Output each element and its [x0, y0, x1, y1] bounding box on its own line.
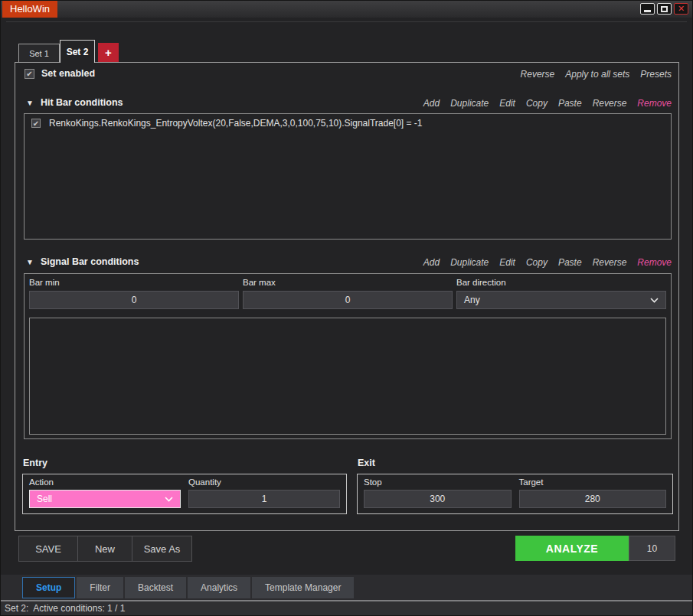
- tab-backtest[interactable]: Backtest: [125, 577, 186, 598]
- signal-copy-link[interactable]: Copy: [526, 257, 548, 268]
- signal-bar-title: Signal Bar conditions: [41, 256, 139, 267]
- set-panel: ✔ Set enabled Reverse Apply to all sets …: [15, 62, 679, 531]
- close-button[interactable]: ✕: [674, 3, 688, 15]
- bar-max-label: Bar max: [243, 278, 453, 287]
- hit-duplicate-link[interactable]: Duplicate: [450, 98, 489, 109]
- maximize-icon: [661, 6, 668, 12]
- app-title: HelloWin: [2, 1, 57, 18]
- signal-bar-condition-list[interactable]: [29, 318, 666, 435]
- save-as-button[interactable]: Save As: [132, 536, 192, 562]
- bar-direction-label: Bar direction: [456, 278, 666, 287]
- signal-edit-link[interactable]: Edit: [499, 257, 515, 268]
- signal-reverse-link[interactable]: Reverse: [593, 257, 627, 268]
- bar-min-input[interactable]: 0: [29, 291, 239, 309]
- analyze-count-input[interactable]: 10: [629, 536, 675, 561]
- hit-copy-link[interactable]: Copy: [526, 98, 548, 109]
- hit-add-link[interactable]: Add: [423, 98, 440, 109]
- analyze-button[interactable]: ANALYZE: [515, 536, 629, 561]
- bar-min-field: Bar min 0: [29, 278, 239, 309]
- bar-max-field: Bar max 0: [243, 278, 453, 309]
- hit-bar-actions: Add Duplicate Edit Copy Paste Reverse Re…: [423, 98, 672, 109]
- target-field: Target 280: [519, 477, 667, 508]
- reverse-set-link[interactable]: Reverse: [521, 69, 555, 80]
- client-divider: [6, 21, 687, 22]
- tab-set-2-label: Set 2: [67, 47, 89, 57]
- minimize-button[interactable]: [640, 3, 655, 15]
- bottom-tab-strip: Setup Filter Backtest Analytics Template…: [1, 575, 692, 600]
- hit-bar-condition-list[interactable]: ✔ RenkoKings.RenkoKings_EntropyVoltex(20…: [24, 113, 672, 240]
- entry-box: Action Sell Quantity 1: [22, 474, 347, 514]
- bottom-tabs: Setup Filter Backtest Analytics Template…: [22, 577, 354, 598]
- presets-link[interactable]: Presets: [640, 69, 672, 80]
- stop-field: Stop 300: [364, 477, 512, 508]
- tab-template-manager[interactable]: Template Manager: [252, 577, 354, 598]
- action-label: Action: [29, 477, 181, 487]
- chevron-down-icon: [165, 497, 173, 502]
- signal-bar-box: Bar min 0 Bar max 0 Bar direction Any: [24, 273, 672, 439]
- set-enabled-checkbox[interactable]: ✔: [25, 69, 34, 79]
- window-controls: ✕: [640, 3, 688, 15]
- condition-text: RenkoKings.RenkoKings_EntropyVoltex(20,F…: [49, 118, 423, 129]
- tab-set-1-label: Set 1: [29, 49, 49, 58]
- condition-checkbox[interactable]: ✔: [31, 119, 41, 128]
- action-value: Sell: [37, 494, 52, 504]
- collapse-icon[interactable]: ▼: [26, 258, 34, 266]
- apply-to-all-sets-link[interactable]: Apply to all sets: [565, 69, 629, 80]
- quantity-label: Quantity: [188, 477, 340, 487]
- entry-fields: Action Sell Quantity 1: [23, 474, 346, 508]
- signal-bar-header: ▼ Signal Bar conditions: [26, 256, 139, 267]
- quantity-input[interactable]: 1: [188, 490, 340, 508]
- hit-bar-header: ▼ Hit Bar conditions: [26, 97, 123, 108]
- title-bar[interactable]: HelloWin ✕: [1, 1, 692, 18]
- action-field: Action Sell: [29, 477, 181, 508]
- collapse-icon[interactable]: ▼: [26, 99, 34, 107]
- hit-edit-link[interactable]: Edit: [499, 98, 515, 109]
- exit-title: Exit: [358, 458, 375, 468]
- tab-set-2[interactable]: Set 2: [60, 40, 95, 63]
- entry-title: Entry: [23, 458, 47, 468]
- signal-add-link[interactable]: Add: [423, 257, 440, 268]
- hit-remove-link[interactable]: Remove: [637, 98, 672, 109]
- action-select[interactable]: Sell: [29, 490, 181, 508]
- bar-min-label: Bar min: [29, 278, 239, 287]
- stop-input[interactable]: 300: [364, 490, 512, 508]
- set-enabled-row: ✔ Set enabled: [25, 68, 95, 79]
- set-actions: Reverse Apply to all sets Presets: [521, 69, 672, 80]
- close-icon: ✕: [678, 5, 685, 13]
- plus-icon: +: [105, 46, 112, 59]
- bar-direction-field: Bar direction Any: [456, 278, 666, 309]
- quantity-field: Quantity 1: [188, 477, 340, 508]
- exit-box: Stop 300 Target 280: [357, 474, 673, 514]
- hit-bar-title: Hit Bar conditions: [41, 97, 123, 108]
- tab-filter[interactable]: Filter: [77, 577, 123, 598]
- signal-remove-link[interactable]: Remove: [637, 257, 672, 268]
- tab-analytics[interactable]: Analytics: [188, 577, 250, 598]
- minimize-icon: [644, 10, 651, 12]
- tab-setup[interactable]: Setup: [22, 577, 75, 598]
- stop-label: Stop: [364, 477, 512, 487]
- tab-set-1[interactable]: Set 1: [18, 44, 60, 63]
- signal-duplicate-link[interactable]: Duplicate: [450, 257, 489, 268]
- hit-paste-link[interactable]: Paste: [558, 98, 582, 109]
- save-button[interactable]: SAVE: [18, 536, 78, 562]
- target-label: Target: [519, 477, 667, 487]
- signal-bar-actions: Add Duplicate Edit Copy Paste Reverse Re…: [423, 257, 672, 268]
- add-set-tab-button[interactable]: +: [98, 43, 119, 62]
- new-button[interactable]: New: [77, 536, 132, 562]
- signal-bar-fields: Bar min 0 Bar max 0 Bar direction Any: [25, 274, 671, 309]
- exit-fields: Stop 300 Target 280: [358, 474, 672, 508]
- status-bar: Set 2: Active conditions: 1 / 1: [1, 600, 692, 616]
- bar-max-input[interactable]: 0: [243, 291, 453, 309]
- signal-paste-link[interactable]: Paste: [558, 257, 582, 268]
- set-enabled-label: Set enabled: [41, 68, 95, 79]
- chevron-down-icon: [650, 298, 659, 303]
- maximize-button[interactable]: [657, 3, 672, 15]
- bar-direction-select[interactable]: Any: [456, 291, 666, 309]
- target-input[interactable]: 280: [519, 490, 667, 508]
- condition-row[interactable]: ✔ RenkoKings.RenkoKings_EntropyVoltex(20…: [25, 114, 671, 132]
- hit-reverse-link[interactable]: Reverse: [593, 98, 627, 109]
- bar-direction-value: Any: [464, 295, 480, 305]
